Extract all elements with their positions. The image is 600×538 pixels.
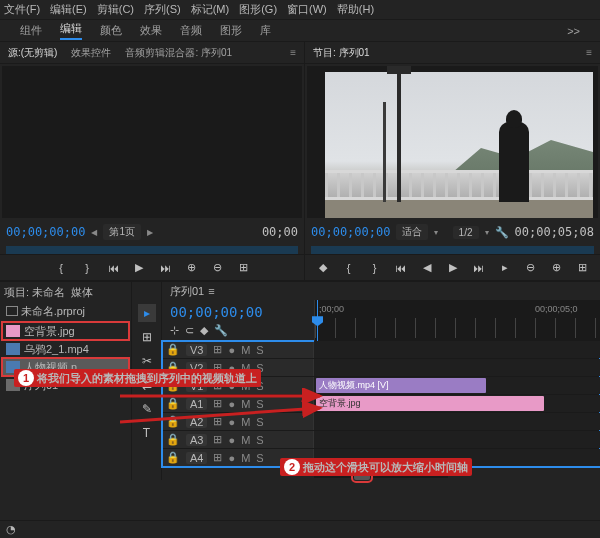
track-toggle[interactable]: M <box>241 344 250 356</box>
step-fwd-icon[interactable]: ⏭ <box>472 261 486 275</box>
tab-source[interactable]: 源:(无剪辑) <box>8 46 57 60</box>
page-dropdown[interactable]: 第1页 <box>103 224 141 240</box>
track-select-tool[interactable]: ⊞ <box>138 328 156 346</box>
go-in-icon[interactable]: ⏮ <box>394 261 408 275</box>
project-item[interactable]: 乌鸦2_1.mp4 <box>2 340 129 358</box>
track-toggle[interactable]: ● <box>228 398 235 410</box>
menu-sequence[interactable]: 序列(S) <box>144 2 181 17</box>
track-toggle[interactable]: S <box>256 452 263 464</box>
selection-tool[interactable]: ▸ <box>138 304 156 322</box>
step-back-icon[interactable]: ◀ <box>420 261 434 275</box>
menu-marker[interactable]: 标记(M) <box>191 2 230 17</box>
lock-icon[interactable]: 🔒 <box>166 397 180 410</box>
insert-icon[interactable]: ⊕ <box>184 261 198 275</box>
program-tc-in[interactable]: 00;00;00;00 <box>311 225 390 239</box>
track-toggle[interactable]: ⊞ <box>213 415 222 428</box>
track-header[interactable]: 🔒A2⊞●MS <box>162 413 314 430</box>
play-icon[interactable]: ▶ <box>132 261 146 275</box>
step-back-icon[interactable]: ⏮ <box>106 261 120 275</box>
track-content[interactable] <box>314 413 600 430</box>
ws-tab-effects[interactable]: 效果 <box>140 23 162 38</box>
ws-tab-editing[interactable]: 编辑 <box>60 21 82 40</box>
export-frame-icon[interactable]: ⊞ <box>236 261 250 275</box>
timeline-clip[interactable]: 人物视频.mp4 [V] <box>316 378 486 393</box>
track-label[interactable]: A2 <box>186 416 207 428</box>
track-toggle[interactable]: ⊞ <box>213 451 222 464</box>
track-toggle[interactable]: ⊞ <box>213 433 222 446</box>
program-time-ruler[interactable] <box>311 246 594 254</box>
tab-program[interactable]: 节目: 序列01 <box>313 46 370 60</box>
source-time-ruler[interactable] <box>6 246 298 254</box>
overwrite-icon[interactable]: ⊖ <box>210 261 224 275</box>
lock-icon[interactable]: 🔒 <box>166 415 180 428</box>
track-toggle[interactable]: M <box>241 398 250 410</box>
menu-window[interactable]: 窗口(W) <box>287 2 327 17</box>
ws-tab-color[interactable]: 颜色 <box>100 23 122 38</box>
resolution-dropdown[interactable]: 1/2 <box>453 226 479 239</box>
track-label[interactable]: V3 <box>186 344 207 356</box>
lock-icon[interactable]: 🔒 <box>166 343 180 356</box>
tab-project[interactable]: 项目: 未命名 <box>4 285 65 300</box>
track-toggle[interactable]: ● <box>228 452 235 464</box>
track-toggle[interactable]: M <box>241 416 250 428</box>
track-toggle[interactable]: ● <box>228 416 235 428</box>
timeline-ruler[interactable]: ;00;00 00;00;05;0 <box>314 300 600 341</box>
settings-icon[interactable]: 🔧 <box>214 324 228 337</box>
link-icon[interactable]: ⊂ <box>185 324 194 337</box>
next-page-icon[interactable]: ▶ <box>147 228 153 237</box>
track-content[interactable] <box>314 341 600 358</box>
step-fwd-icon[interactable]: ⏭ <box>158 261 172 275</box>
lock-icon[interactable]: 🔒 <box>166 433 180 446</box>
type-tool[interactable]: T <box>138 424 156 442</box>
ws-tab-audio[interactable]: 音频 <box>180 23 202 38</box>
go-out-icon[interactable]: ▸ <box>498 261 512 275</box>
mark-out-icon[interactable]: } <box>368 261 382 275</box>
prev-page-icon[interactable]: ◀ <box>91 228 97 237</box>
track-toggle[interactable]: ⊞ <box>213 343 222 356</box>
program-viewer[interactable] <box>307 66 598 218</box>
track-label[interactable]: A4 <box>186 452 207 464</box>
track-toggle[interactable]: M <box>241 434 250 446</box>
fit-dropdown[interactable]: 适合 <box>396 224 428 240</box>
timeline-tab[interactable]: 序列01 <box>170 284 204 299</box>
track-toggle[interactable]: S <box>256 398 263 410</box>
export-frame-icon[interactable]: ⊞ <box>576 261 590 275</box>
track-toggle[interactable]: ● <box>228 434 235 446</box>
track-label[interactable]: A3 <box>186 434 207 446</box>
settings-icon[interactable]: 🔧 <box>495 226 509 239</box>
ws-tab-assembly[interactable]: 组件 <box>20 23 42 38</box>
track-toggle[interactable]: M <box>241 452 250 464</box>
menu-graphics[interactable]: 图形(G) <box>239 2 277 17</box>
tab-audio-mixer[interactable]: 音频剪辑混合器: 序列01 <box>125 46 232 60</box>
mark-in-icon[interactable]: { <box>342 261 356 275</box>
snap-icon[interactable]: ⊹ <box>170 324 179 337</box>
track-toggle[interactable]: S <box>256 416 263 428</box>
track-header[interactable]: 🔒A1⊞●MS <box>162 395 314 412</box>
timeline-clip[interactable]: 空背景.jpg <box>316 396 544 411</box>
timeline-timecode[interactable]: 00;00;00;00 <box>170 304 306 320</box>
track-content[interactable]: 空背景.jpg <box>314 395 600 412</box>
menu-help[interactable]: 帮助(H) <box>337 2 374 17</box>
razor-tool[interactable]: ✂ <box>138 352 156 370</box>
lift-icon[interactable]: ⊖ <box>524 261 538 275</box>
track-header[interactable]: 🔒A3⊞●MS <box>162 431 314 448</box>
track-label[interactable]: A1 <box>186 398 207 410</box>
menu-edit[interactable]: 编辑(E) <box>50 2 87 17</box>
track-toggle[interactable]: S <box>256 344 263 356</box>
tab-media[interactable]: 媒体 <box>71 285 93 300</box>
menu-file[interactable]: 文件(F) <box>4 2 40 17</box>
add-marker-icon[interactable]: ◆ <box>316 261 330 275</box>
panel-menu-icon[interactable]: ≡ <box>290 47 296 58</box>
track-toggle[interactable]: ● <box>228 344 235 356</box>
project-item[interactable]: 空背景.jpg <box>2 322 129 340</box>
track-toggle[interactable]: ⊞ <box>213 397 222 410</box>
track-toggle[interactable]: S <box>256 434 263 446</box>
mark-in-icon[interactable]: { <box>54 261 68 275</box>
ws-tab-graphics[interactable]: 图形 <box>220 23 242 38</box>
track-content[interactable]: 人物视频.mp4 [V] <box>314 377 600 394</box>
playhead[interactable] <box>317 300 318 341</box>
tab-effect-controls[interactable]: 效果控件 <box>71 46 111 60</box>
track-header[interactable]: 🔒V3⊞●MS <box>162 341 314 358</box>
lock-icon[interactable]: 🔒 <box>166 451 180 464</box>
source-tc-in[interactable]: 00;00;00;00 <box>6 225 85 239</box>
